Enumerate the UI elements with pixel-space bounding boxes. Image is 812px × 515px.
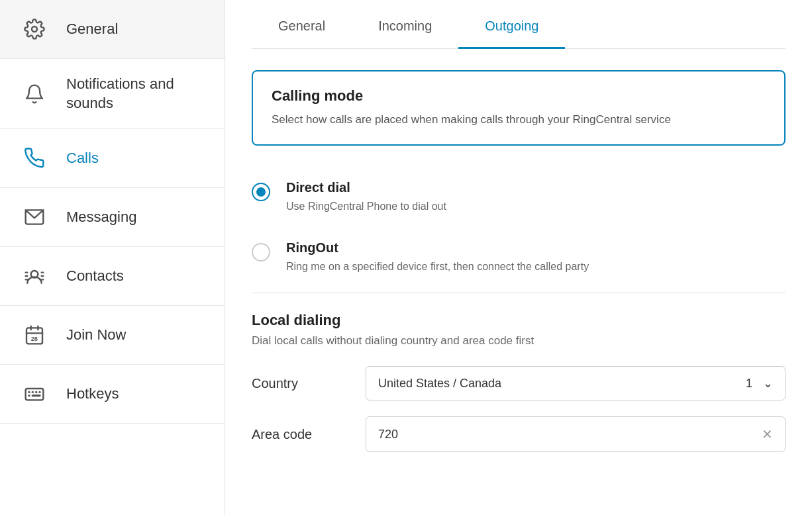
sidebar-item-messaging[interactable]: Messaging xyxy=(0,188,225,247)
radio-circle-ringout[interactable] xyxy=(252,243,270,261)
calling-mode-title: Calling mode xyxy=(272,87,766,105)
calling-mode-description: Select how calls are placed when making … xyxy=(272,111,766,128)
sidebar-joinnow-label: Join Now xyxy=(66,326,126,345)
country-field-row: Country United States / Canada 1 ⌄ xyxy=(252,366,786,400)
area-code-field-row: Area code 720 ✕ xyxy=(252,416,786,452)
keyboard-icon xyxy=(21,381,48,407)
sidebar-item-notifications[interactable]: Notifications and sounds xyxy=(0,59,225,129)
sidebar-item-contacts[interactable]: Contacts xyxy=(0,247,225,306)
svg-rect-8 xyxy=(26,389,44,400)
ringout-description: Ring me on a specified device first, the… xyxy=(286,259,786,274)
sidebar-calls-label: Calls xyxy=(66,149,99,168)
svg-text:28: 28 xyxy=(31,336,38,343)
main-content: General Incoming Outgoing Calling mode S… xyxy=(225,0,812,515)
svg-point-0 xyxy=(32,26,37,32)
direct-dial-label: Direct dial xyxy=(286,180,786,195)
country-select[interactable]: United States / Canada 1 ⌄ xyxy=(366,366,786,400)
tab-incoming[interactable]: Incoming xyxy=(352,5,458,49)
area-code-value: 720 xyxy=(378,428,762,442)
ringout-label: RingOut xyxy=(286,240,786,256)
clear-area-code-icon[interactable]: ✕ xyxy=(762,426,773,442)
country-select-value: United States / Canada xyxy=(378,377,746,391)
tabs-bar: General Incoming Outgoing xyxy=(252,0,786,49)
sidebar-item-hotkeys[interactable]: Hotkeys xyxy=(0,365,225,424)
sidebar-item-joinnow[interactable]: 28 Join Now xyxy=(0,306,225,365)
sidebar-general-label: General xyxy=(66,20,118,39)
message-icon xyxy=(21,204,48,230)
calendar-icon: 28 xyxy=(21,322,48,348)
radio-option-direct-dial[interactable]: Direct dial Use RingCentral Phone to dia… xyxy=(252,167,786,227)
tab-general[interactable]: General xyxy=(252,5,352,49)
area-code-label: Area code xyxy=(252,427,344,442)
bell-icon xyxy=(21,81,48,107)
sidebar-messaging-label: Messaging xyxy=(66,208,136,227)
radio-content-ringout: RingOut Ring me on a specified device fi… xyxy=(286,240,786,274)
chevron-down-icon: ⌄ xyxy=(763,376,773,391)
sidebar-notifications-label: Notifications and sounds xyxy=(66,75,203,113)
radio-content-direct-dial: Direct dial Use RingCentral Phone to dia… xyxy=(286,180,786,214)
calling-mode-card: Calling mode Select how calls are placed… xyxy=(252,70,786,146)
country-label: Country xyxy=(252,376,344,391)
sidebar: General Notifications and sounds Calls M… xyxy=(0,0,225,515)
radio-option-ringout[interactable]: RingOut Ring me on a specified device fi… xyxy=(252,227,786,287)
gear-icon xyxy=(21,16,48,42)
sidebar-contacts-label: Contacts xyxy=(66,267,124,286)
divider xyxy=(252,293,786,293)
country-code-value: 1 xyxy=(746,377,752,391)
local-dialing-description: Dial local calls without dialing country… xyxy=(252,334,786,348)
radio-circle-direct-dial[interactable] xyxy=(252,183,270,201)
sidebar-hotkeys-label: Hotkeys xyxy=(66,385,119,404)
tab-outgoing[interactable]: Outgoing xyxy=(458,5,565,49)
sidebar-item-calls[interactable]: Calls xyxy=(0,129,225,188)
phone-icon xyxy=(21,145,48,171)
local-dialing-title: Local dialing xyxy=(252,312,786,329)
direct-dial-description: Use RingCentral Phone to dial out xyxy=(286,199,786,214)
sidebar-item-general[interactable]: General xyxy=(0,0,225,59)
area-code-input[interactable]: 720 ✕ xyxy=(366,416,786,452)
contacts-icon xyxy=(21,263,48,289)
